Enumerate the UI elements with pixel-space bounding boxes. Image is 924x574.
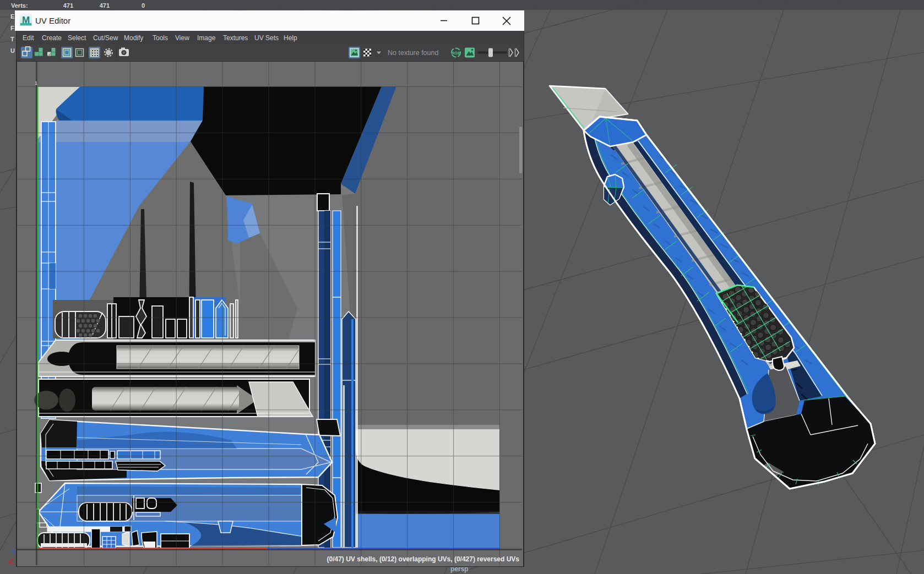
svg-text:RGB: RGB bbox=[452, 51, 461, 56]
svg-text:No texture found: No texture found bbox=[388, 49, 438, 57]
svg-text:1: 1 bbox=[35, 80, 37, 86]
svg-text:UV Editor: UV Editor bbox=[35, 16, 70, 25]
